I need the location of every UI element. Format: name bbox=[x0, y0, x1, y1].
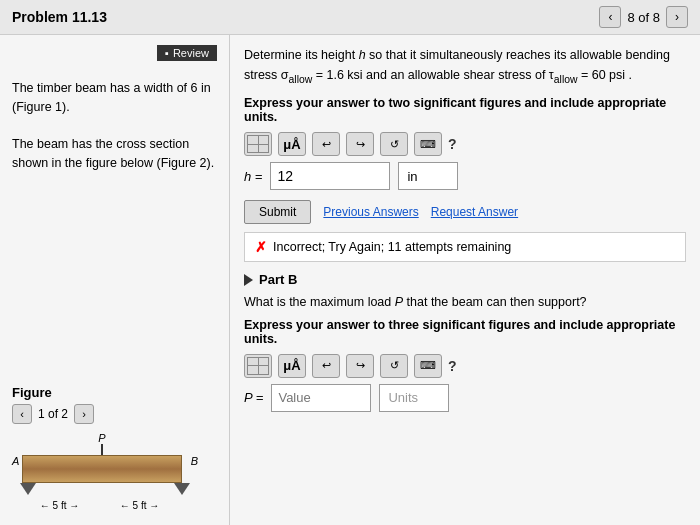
main-container: Problem 11.13 ‹ 8 of 8 › ▪ Review The ti… bbox=[0, 0, 700, 525]
part-b-toggle[interactable] bbox=[244, 274, 253, 286]
answer-input-a[interactable] bbox=[270, 162, 390, 190]
problem-text: Determine its height h so that it simult… bbox=[244, 45, 686, 88]
left-panel-text: The timber beam has a width of 6 in (Fig… bbox=[12, 79, 217, 173]
answer-row-a: h = in bbox=[244, 162, 686, 190]
part-b-section: Part B What is the maximum load P that t… bbox=[244, 272, 686, 412]
left-text-line1: The timber beam has a width of 6 in (Fig… bbox=[12, 81, 211, 114]
mu-icon-b: μÅ bbox=[283, 358, 300, 373]
undo-icon-b: ↩ bbox=[322, 359, 331, 372]
instructions-text: Express your answer to two significant f… bbox=[244, 96, 686, 124]
figure-nav: ‹ 1 of 2 › bbox=[12, 404, 217, 424]
figure-next-button[interactable]: › bbox=[74, 404, 94, 424]
submit-button[interactable]: Submit bbox=[244, 200, 311, 224]
unit-placeholder-text: Units bbox=[388, 390, 418, 405]
request-answer-link[interactable]: Request Answer bbox=[431, 205, 518, 219]
toolbar-part-a: μÅ ↩ ↪ ↺ ⌨ ? bbox=[244, 132, 686, 156]
part-b-header: Part B bbox=[244, 272, 686, 287]
format-button[interactable] bbox=[244, 132, 272, 156]
toolbar-part-b: μÅ ↩ ↪ ↺ ⌨ ? bbox=[244, 354, 686, 378]
left-panel: ▪ Review The timber beam has a width of … bbox=[0, 35, 230, 525]
review-button[interactable]: ▪ Review bbox=[157, 45, 217, 61]
nav-controls: ‹ 8 of 8 › bbox=[599, 6, 688, 28]
top-bar: Problem 11.13 ‹ 8 of 8 › bbox=[0, 0, 700, 35]
review-icon: ▪ bbox=[165, 47, 169, 59]
left-text-line2: The beam has the cross section shown in … bbox=[12, 137, 214, 170]
grid-icon bbox=[247, 135, 269, 153]
beam-support-right bbox=[174, 483, 190, 495]
dim-right: ← 5 ft → bbox=[102, 500, 177, 511]
refresh-icon: ↺ bbox=[390, 138, 399, 151]
beam-label-a: A bbox=[12, 455, 19, 467]
beam-label-b: B bbox=[191, 455, 198, 467]
refresh-button-b[interactable]: ↺ bbox=[380, 354, 408, 378]
part-b-instructions: Express your answer to three significant… bbox=[244, 318, 686, 346]
incorrect-icon: ✗ bbox=[255, 239, 267, 255]
content-area: ▪ Review The timber beam has a width of … bbox=[0, 35, 700, 525]
answer-row-b: P = Units bbox=[244, 384, 686, 412]
answer-label-a: h = bbox=[244, 169, 262, 184]
keyboard-icon: ⌨ bbox=[420, 138, 436, 151]
help-icon-b[interactable]: ? bbox=[448, 358, 457, 374]
figure-nav-text: 1 of 2 bbox=[38, 407, 68, 421]
part-b-question: What is the maximum load P that the beam… bbox=[244, 293, 686, 312]
result-box: ✗ Incorrect; Try Again; 11 attempts rema… bbox=[244, 232, 686, 262]
right-panel: Determine its height h so that it simult… bbox=[230, 35, 700, 525]
mu-button[interactable]: μÅ bbox=[278, 132, 306, 156]
dim-right-text: ← 5 ft → bbox=[120, 500, 159, 511]
unit-display-a: in bbox=[398, 162, 458, 190]
part-b-label: Part B bbox=[259, 272, 297, 287]
unit-text-a: in bbox=[407, 169, 417, 184]
prev-page-button[interactable]: ‹ bbox=[599, 6, 621, 28]
review-label: Review bbox=[173, 47, 209, 59]
refresh-button[interactable]: ↺ bbox=[380, 132, 408, 156]
keyboard-icon-b: ⌨ bbox=[420, 359, 436, 372]
grid-icon-b bbox=[247, 357, 269, 375]
dim-left: ← 5 ft → bbox=[22, 500, 97, 511]
undo-icon: ↩ bbox=[322, 138, 331, 151]
mu-button-b[interactable]: μÅ bbox=[278, 354, 306, 378]
figure-section: Figure ‹ 1 of 2 › P A bbox=[12, 385, 217, 515]
undo-button-b[interactable]: ↩ bbox=[312, 354, 340, 378]
result-text: Incorrect; Try Again; 11 attempts remain… bbox=[273, 240, 511, 254]
figure-label: Figure bbox=[12, 385, 217, 400]
beam-body bbox=[22, 455, 182, 483]
beam-support-left bbox=[20, 483, 36, 495]
next-page-button[interactable]: › bbox=[666, 6, 688, 28]
submit-row: Submit Previous Answers Request Answer bbox=[244, 200, 686, 224]
unit-placeholder-b: Units bbox=[379, 384, 449, 412]
undo-button[interactable]: ↩ bbox=[312, 132, 340, 156]
refresh-icon-b: ↺ bbox=[390, 359, 399, 372]
previous-answers-link[interactable]: Previous Answers bbox=[323, 205, 418, 219]
redo-icon-b: ↪ bbox=[356, 359, 365, 372]
keyboard-button-b[interactable]: ⌨ bbox=[414, 354, 442, 378]
answer-label-b: P = bbox=[244, 390, 263, 405]
figure-prev-button[interactable]: ‹ bbox=[12, 404, 32, 424]
beam-diagram: P A B ← 5 ft → bbox=[12, 430, 212, 515]
redo-button[interactable]: ↪ bbox=[346, 132, 374, 156]
format-button-b[interactable] bbox=[244, 354, 272, 378]
dim-left-text: ← 5 ft → bbox=[40, 500, 79, 511]
keyboard-button[interactable]: ⌨ bbox=[414, 132, 442, 156]
problem-title: Problem 11.13 bbox=[12, 9, 107, 25]
load-label: P bbox=[98, 432, 105, 444]
answer-input-b[interactable] bbox=[271, 384, 371, 412]
page-indicator: 8 of 8 bbox=[627, 10, 660, 25]
redo-icon: ↪ bbox=[356, 138, 365, 151]
redo-button-b[interactable]: ↪ bbox=[346, 354, 374, 378]
help-icon[interactable]: ? bbox=[448, 136, 457, 152]
mu-icon: μÅ bbox=[283, 137, 300, 152]
